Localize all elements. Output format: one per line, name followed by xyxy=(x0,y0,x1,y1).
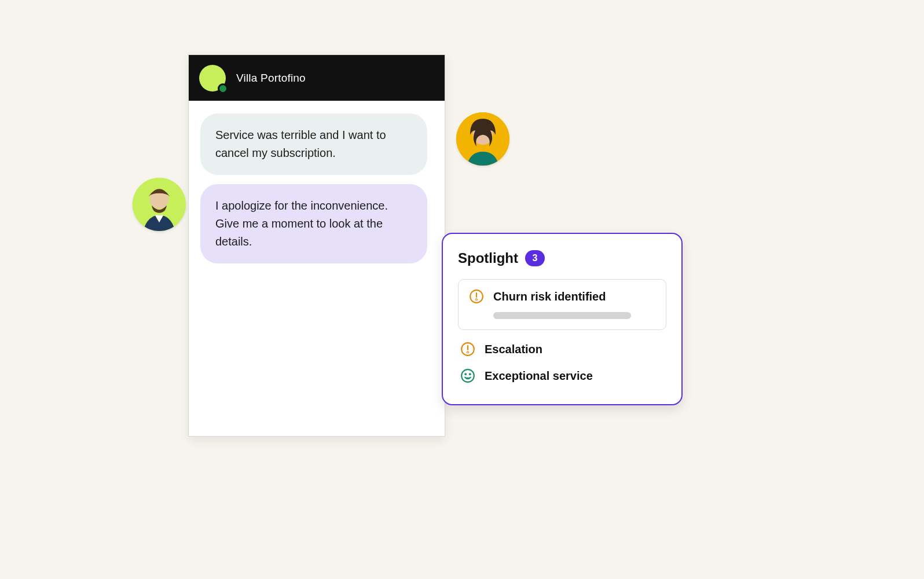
agent-avatar xyxy=(133,178,186,231)
svg-point-6 xyxy=(475,299,477,301)
message-bubble-customer[interactable]: Service was terrible and I want to cance… xyxy=(200,113,427,175)
svg-point-12 xyxy=(469,373,471,375)
smile-icon xyxy=(460,368,475,383)
svg-point-10 xyxy=(461,369,474,382)
spotlight-header: Spotlight 3 xyxy=(458,250,666,266)
chat-header-avatar xyxy=(199,65,226,91)
spotlight-count-badge: 3 xyxy=(525,250,545,266)
svg-point-11 xyxy=(465,373,467,375)
svg-point-9 xyxy=(467,351,468,353)
alert-icon xyxy=(460,342,475,357)
spotlight-item-escalation[interactable]: Escalation xyxy=(458,336,666,362)
chat-header: Villa Portofino xyxy=(189,55,445,101)
spotlight-item-churn-risk[interactable]: Churn risk identified xyxy=(458,279,666,330)
message-bubble-agent[interactable]: I apologize for the inconvenience. Give … xyxy=(200,184,427,263)
spotlight-card: Spotlight 3 Churn risk identified xyxy=(442,233,683,405)
chat-title: Villa Portofino xyxy=(236,72,306,85)
message-text: I apologize for the inconvenience. Give … xyxy=(215,199,388,248)
person-icon xyxy=(456,112,509,166)
spotlight-title: Spotlight xyxy=(458,250,518,266)
placeholder-bar xyxy=(493,312,631,319)
spotlight-item-label: Exceptional service xyxy=(485,369,593,383)
spotlight-item-label: Escalation xyxy=(485,343,542,356)
alert-icon xyxy=(469,289,484,304)
spotlight-item-exceptional-service[interactable]: Exceptional service xyxy=(458,362,666,389)
chat-window: Villa Portofino Service was terrible and… xyxy=(188,54,445,437)
person-icon xyxy=(133,178,186,231)
customer-avatar xyxy=(456,112,509,166)
spotlight-item-label: Churn risk identified xyxy=(493,290,606,303)
presence-indicator-icon xyxy=(218,83,228,94)
chat-body: Service was terrible and I want to cance… xyxy=(189,101,445,284)
message-text: Service was terrible and I want to cance… xyxy=(215,129,386,159)
